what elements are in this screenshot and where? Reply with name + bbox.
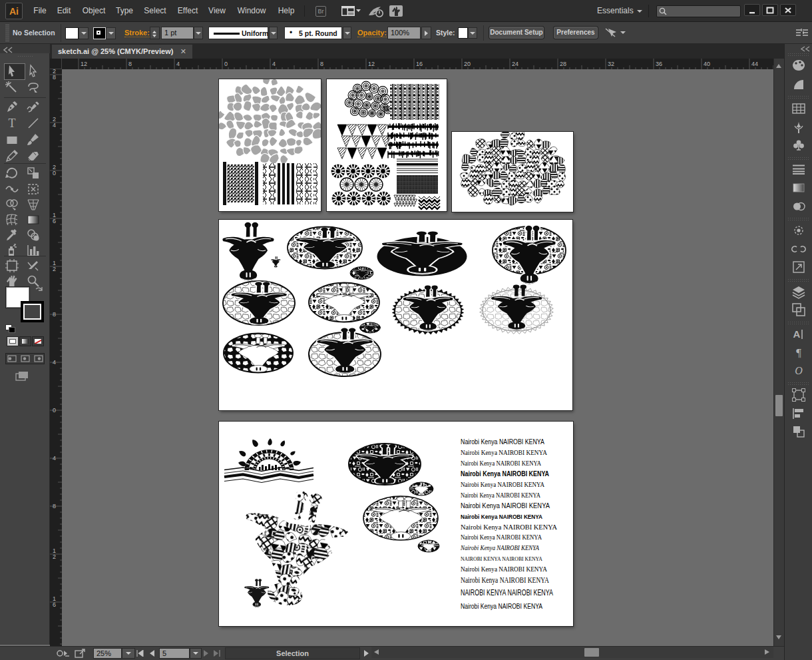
svg-text:Nairobi Kenya NAIROBI KENYA: Nairobi Kenya NAIROBI KENYA [461,523,557,531]
svg-text:4: 4 [53,359,56,366]
svg-text:Nairobi Kenya NAIROBI KENYA: Nairobi Kenya NAIROBI KENYA [461,501,550,509]
svg-text:28: 28 [560,61,566,67]
svg-text:Nairobi Kenya NAIROBI KENYA: Nairobi Kenya NAIROBI KENYA [461,460,541,467]
svg-text:24: 24 [512,61,518,67]
svg-text:Nairobi Kenya NAIROBI KENYA: Nairobi Kenya NAIROBI KENYA [461,565,547,573]
svg-text:Nairobi Kenya NAIROBI KENYA: Nairobi Kenya NAIROBI KENYA [461,513,542,520]
svg-text:0: 0 [53,407,56,414]
svg-text:Nairobi Kenya NAIROBI KENYA: Nairobi Kenya NAIROBI KENYA [461,449,547,456]
svg-text:6: 6 [53,218,56,224]
svg-text:44: 44 [751,61,758,67]
svg-text:0: 0 [224,61,228,67]
svg-text:16: 16 [416,61,423,67]
svg-text:Nairobi Kenya NAIROBI KENYA: Nairobi Kenya NAIROBI KENYA [461,602,543,610]
svg-text:Nairobi Kenya NAIROBI KENYA: Nairobi Kenya NAIROBI KENYA [461,576,550,585]
svg-text:A: A [793,328,801,340]
svg-text:Nairobi Kenya NAIROBI KENYA: Nairobi Kenya NAIROBI KENYA [461,492,540,499]
svg-text:8: 8 [53,503,56,509]
svg-text:2: 2 [53,266,56,272]
svg-text:NAIROBI KENYA NAIROBI KENYA: NAIROBI KENYA NAIROBI KENYA [461,588,553,597]
svg-text:O: O [795,365,803,376]
svg-text:Nairobi Kenya NAIROBI KENYA: Nairobi Kenya NAIROBI KENYA [460,544,540,551]
svg-text:8: 8 [53,74,56,81]
svg-text:20: 20 [464,61,471,67]
svg-text:12: 12 [81,61,87,67]
svg-text:8: 8 [53,311,56,318]
svg-text:8: 8 [128,61,132,67]
svg-text:NAIROBI KENYA NAIROBI KENYA: NAIROBI KENYA NAIROBI KENYA [461,555,543,562]
svg-text:4: 4 [272,61,276,67]
svg-text:0: 0 [53,170,56,176]
svg-text:2: 2 [53,553,56,560]
svg-text:4: 4 [53,455,56,462]
svg-text:36: 36 [656,61,662,67]
svg-text:Nairobi Kenya NAIROBI KENYA: Nairobi Kenya NAIROBI KENYA [461,533,542,541]
svg-text:40: 40 [704,61,710,67]
svg-text:T: T [9,117,16,130]
svg-text:Nairobi Kenya NAIROBI KENYA: Nairobi Kenya NAIROBI KENYA [461,481,545,488]
svg-text:12: 12 [368,61,375,67]
svg-text:4: 4 [176,61,180,67]
svg-text:¶: ¶ [796,346,801,359]
svg-text:Nairobi Kenya NAIROBI KENYA: Nairobi Kenya NAIROBI KENYA [461,470,549,478]
svg-text:4: 4 [53,122,56,129]
svg-text:8: 8 [320,61,323,67]
svg-text:6: 6 [53,601,56,608]
svg-text:32: 32 [608,61,614,67]
svg-text:Nairobi Kenya NAIROBI KENYA: Nairobi Kenya NAIROBI KENYA [461,438,545,446]
